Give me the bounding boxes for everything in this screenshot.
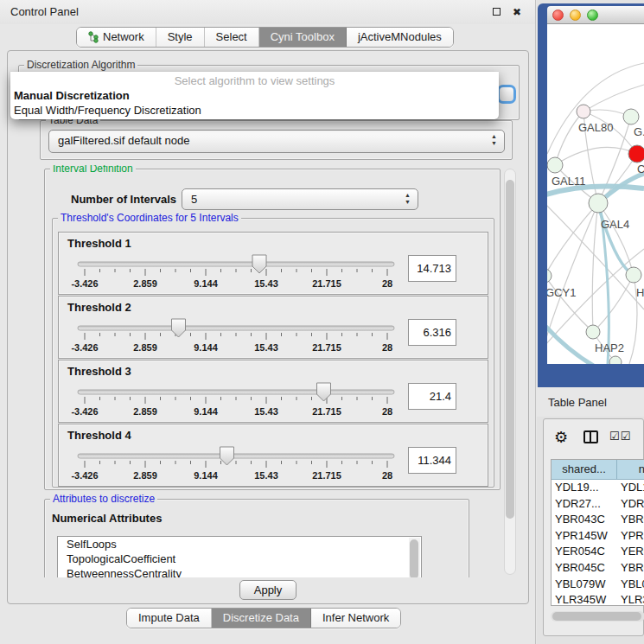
mac-close-button[interactable] — [552, 10, 564, 21]
threshold-label: Threshold 2 — [67, 301, 131, 314]
mac-zoom-button[interactable] — [587, 10, 598, 21]
threshold-value-field[interactable]: 14.713 — [408, 255, 456, 282]
threshold-slider[interactable]: -3.4262.8599.14415.4321.71528 — [73, 446, 401, 484]
node-table[interactable]: shared...n YDL19...YDL1YDR27...YDR2YBR04… — [551, 459, 644, 606]
node-label: G. — [634, 125, 644, 138]
attributes-group: Attributes to discretize Numerical Attri… — [44, 499, 469, 577]
network-node[interactable] — [628, 145, 644, 163]
svg-text:21.715: 21.715 — [312, 278, 341, 289]
column-header-shared-[interactable]: shared... — [552, 460, 617, 479]
tab-label: Infer Network — [322, 609, 389, 628]
tab-label: Style — [168, 28, 193, 47]
table-row[interactable]: YDL19...YDL1 — [552, 480, 644, 496]
svg-text:-3.426: -3.426 — [71, 470, 98, 481]
network-edge — [592, 203, 598, 332]
network-node[interactable] — [586, 325, 600, 339]
node-label: H — [636, 286, 644, 299]
network-node[interactable] — [609, 356, 622, 364]
table-data-selected-value: galFiltered.sif default node — [58, 134, 189, 147]
threshold-value-field[interactable]: 11.344 — [408, 447, 456, 474]
svg-text:-3.426: -3.426 — [71, 342, 98, 353]
dropdown-option-manual-discretization[interactable]: Manual Discretization — [10, 88, 499, 103]
threshold-slider[interactable]: -3.4262.8599.14415.4321.71528 — [73, 382, 401, 420]
column-layout-icon[interactable] — [583, 430, 598, 443]
slider-thumb — [171, 319, 185, 337]
attribute-item-topologicalcoefficient[interactable]: TopologicalCoefficient — [58, 552, 421, 566]
table-row[interactable]: YBL079WYBL0 — [552, 577, 644, 593]
control-panel-titlebar: Control Panel ✖ — [0, 0, 535, 24]
num-intervals-spinner[interactable]: 5 ▲▼ — [182, 188, 418, 210]
svg-text:-3.426: -3.426 — [71, 278, 98, 289]
tab-infer-network[interactable]: Infer Network — [311, 609, 400, 628]
tab-discretize-data[interactable]: Discretize Data — [212, 609, 311, 628]
network-edge — [555, 147, 637, 165]
table-row[interactable]: YBR043CYBR0 — [552, 512, 644, 528]
column-header-n[interactable]: n — [617, 460, 644, 479]
network-canvas[interactable]: GAL80G.CGAL11GAL4GCY1HHAP2 — [547, 24, 644, 364]
attribute-item-betweennesscentrality[interactable]: BetweennessCentrality — [58, 566, 421, 577]
network-node[interactable] — [547, 269, 552, 283]
tab-network[interactable]: Network — [77, 28, 156, 47]
combobox-stepper-icon: ▲▼ — [491, 133, 497, 147]
threshold-label: Threshold 4 — [67, 429, 131, 442]
tab-label: Select — [216, 28, 247, 47]
float-window-icon[interactable] — [490, 6, 502, 18]
network-edge — [593, 275, 634, 332]
table-row[interactable]: YPR145WYPR1 — [552, 528, 644, 545]
svg-text:9.144: 9.144 — [194, 278, 218, 289]
table-row[interactable]: YBR045CYBR0 — [552, 560, 644, 577]
panel-title: Control Panel — [10, 5, 79, 18]
algorithm-combobox-button[interactable] — [497, 85, 516, 104]
settings-vertical-scrollbar[interactable] — [504, 169, 516, 575]
network-node[interactable] — [589, 194, 608, 213]
svg-text:2.859: 2.859 — [133, 342, 157, 353]
checkbox-icons[interactable]: ☑☑ — [609, 430, 631, 443]
tab-cyni-toolbox[interactable]: Cyni Toolbox — [259, 28, 347, 47]
network-node[interactable] — [577, 105, 590, 118]
threshold-panel-2: Threshold 2-3.4262.8599.14415.4321.71528… — [58, 296, 488, 359]
attributes-list-scrollbar[interactable] — [409, 538, 420, 577]
table-row[interactable]: YLR345WYLR3 — [552, 592, 644, 606]
tab-impute-data[interactable]: Impute Data — [127, 609, 212, 628]
group-title: Discretization Algorithm — [24, 59, 137, 71]
tab-select[interactable]: Select — [205, 28, 259, 47]
tab-label: jActiveMNodules — [358, 28, 442, 47]
threshold-slider[interactable]: -3.4262.8599.14415.4321.71528 — [73, 254, 401, 292]
network-node[interactable] — [623, 109, 639, 124]
close-icon[interactable]: ✖ — [511, 6, 523, 18]
table-horizontal-scrollbar[interactable] — [551, 611, 644, 622]
table-cell: YLR3 — [617, 592, 644, 606]
right-panel-area: GAL80G.CGAL11GAL4GCY1HHAP2 Table Panel ⚙… — [537, 0, 644, 644]
spinner-stepper-icon: ▲▼ — [405, 192, 411, 206]
network-node[interactable] — [626, 267, 641, 283]
node-label: GAL80 — [578, 121, 613, 134]
tab-label: Discretize Data — [223, 609, 299, 628]
dropdown-placeholder-item[interactable]: Select algorithm to view settings — [10, 73, 499, 88]
dropdown-option-equal-width-frequency-discretization[interactable]: Equal Width/Frequency Discretization — [10, 103, 499, 118]
gear-icon[interactable]: ⚙ — [554, 428, 568, 447]
threshold-value-field[interactable]: 6.316 — [408, 319, 456, 346]
tab-style[interactable]: Style — [156, 28, 205, 47]
table-cell: YBL079W — [552, 577, 617, 593]
apply-button[interactable]: Apply — [239, 580, 296, 600]
mac-minimize-button[interactable] — [570, 10, 581, 21]
threshold-value-field[interactable]: 21.4 — [408, 383, 456, 410]
table-data-combobox[interactable]: galFiltered.sif default node ▲▼ — [48, 130, 505, 153]
threshold-slider[interactable]: -3.4262.8599.14415.4321.71528 — [73, 318, 401, 356]
table-row[interactable]: YDR27...YDR2 — [552, 496, 644, 513]
group-title: Attributes to discretize — [50, 493, 157, 505]
table-row[interactable]: YER054CYER0 — [552, 544, 644, 560]
network-node[interactable] — [547, 157, 563, 173]
svg-text:9.144: 9.144 — [194, 406, 218, 417]
threshold-panel-3: Threshold 3-3.4262.8599.14415.4321.71528… — [58, 360, 488, 423]
node-label: GAL11 — [552, 175, 586, 188]
tab-jactivemnodules[interactable]: jActiveMNodules — [347, 28, 453, 47]
numerical-attributes-list[interactable]: SelfLoopsTopologicalCoefficientBetweenne… — [57, 536, 422, 577]
attribute-item-selfloops[interactable]: SelfLoops — [58, 537, 421, 552]
table-header-row: shared...n — [552, 460, 644, 480]
table-cell: YPR145W — [552, 528, 617, 545]
screen: Control Panel ✖ NetworkStyleSelectCyni T… — [0, 0, 644, 644]
svg-text:9.144: 9.144 — [194, 342, 218, 353]
bottom-tabbar: Impute DataDiscretize DataInfer Network — [126, 608, 401, 628]
svg-text:28: 28 — [382, 470, 392, 481]
